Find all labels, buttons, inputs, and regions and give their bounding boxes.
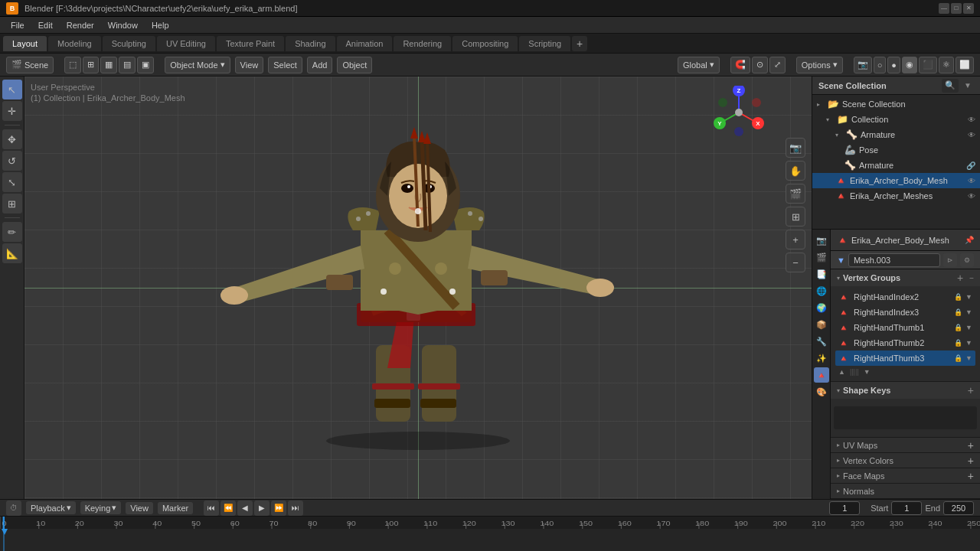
axis-gizmo[interactable]: Z X Y — [712, 86, 766, 139]
tab-modeling[interactable]: Modeling — [48, 36, 101, 51]
tab-uv-editing[interactable]: UV Editing — [157, 36, 215, 51]
close-button[interactable]: ✕ — [963, 3, 974, 14]
mesh-options-icon[interactable]: ⚙ — [960, 253, 974, 267]
options-btn[interactable]: Options ▾ — [796, 57, 843, 73]
menu-help[interactable]: Help — [145, 19, 175, 31]
hand-grab-btn[interactable]: ✋ — [786, 161, 805, 181]
add-workspace-button[interactable]: + — [572, 36, 587, 51]
select-tool-btn[interactable]: ↖ — [2, 80, 22, 99]
vg-lock-1[interactable]: 🔒 — [954, 293, 962, 301]
tab-shading[interactable]: Shading — [286, 36, 335, 51]
transform-icon[interactable]: ⤢ — [769, 57, 786, 73]
vg-row-3[interactable]: 🔺 RightHandThumb1 🔒 ▼ — [835, 320, 975, 335]
scale-tool-btn[interactable]: ⤡ — [2, 172, 22, 192]
vg-lock-2[interactable]: 🔒 — [954, 308, 962, 316]
prop-material-icon[interactable]: 🎨 — [814, 384, 829, 399]
prop-output-icon[interactable]: 🎬 — [814, 249, 829, 265]
tool-icon-1[interactable]: ⬚ — [64, 57, 81, 73]
current-frame-display[interactable]: 1 — [829, 501, 860, 515]
measure-tool-btn[interactable]: 📐 — [2, 243, 22, 263]
shape-keys-list[interactable] — [834, 406, 977, 429]
tab-scripting[interactable]: Scripting — [519, 36, 570, 51]
scene-selector[interactable]: 🎬 Scene — [6, 57, 54, 73]
marker-btn[interactable]: Marker — [158, 502, 193, 514]
vg-down-3[interactable]: ▼ — [965, 324, 972, 331]
timeline-type-icon[interactable]: ⏱ — [6, 500, 21, 516]
outliner-item-scene-collection[interactable]: ▸ 📂 Scene Collection — [812, 96, 980, 112]
outliner-item-armature[interactable]: ▾ 🦴 Armature 👁 — [812, 127, 980, 142]
object-menu-btn[interactable]: Object — [337, 57, 372, 73]
prop-view-layer-icon[interactable]: 📑 — [814, 266, 829, 282]
proportional-icon[interactable]: ⊙ — [752, 57, 768, 73]
next-keyframe-btn[interactable]: ⏩ — [271, 500, 286, 516]
viewport-shading-2[interactable]: ● — [887, 57, 900, 73]
shape-keys-header[interactable]: ▾ Shape Keys + — [831, 382, 980, 399]
move-tool-btn[interactable]: ✥ — [2, 129, 22, 149]
face-maps-add-btn[interactable]: + — [968, 470, 974, 482]
tab-rendering[interactable]: Rendering — [394, 36, 451, 51]
select-menu-btn[interactable]: Select — [268, 57, 302, 73]
uv-maps-add-btn[interactable]: + — [968, 439, 974, 452]
vg-down-5[interactable]: ▼ — [965, 354, 972, 362]
timeline-ruler[interactable]: 0 10 20 30 40 50 60 70 80 — [0, 517, 980, 551]
vg-down-2[interactable]: ▼ — [965, 308, 972, 316]
keying-btn[interactable]: Keying ▾ — [80, 501, 122, 514]
armature-eye[interactable]: 👁 — [968, 131, 975, 139]
normals-header[interactable]: ▸ Normals — [831, 484, 980, 499]
prop-particles-icon[interactable]: ✨ — [814, 350, 829, 366]
prop-render-icon[interactable]: 📷 — [814, 233, 829, 248]
viewport-shading-1[interactable]: ○ — [874, 57, 887, 73]
prop-object-icon[interactable]: 📦 — [814, 317, 829, 332]
vg-down-1[interactable]: ▼ — [965, 293, 972, 301]
prop-mesh-icon[interactable]: 🔺 — [814, 367, 829, 383]
menu-edit[interactable]: Edit — [32, 19, 59, 31]
tab-layout[interactable]: Layout — [3, 36, 47, 51]
maximize-button[interactable]: □ — [951, 3, 962, 14]
vg-row-5[interactable]: 🔺 RightHandThumb3 🔒 ▼ — [835, 350, 975, 366]
body-mesh-eye[interactable]: 👁 — [968, 177, 975, 185]
menu-window[interactable]: Window — [102, 19, 144, 31]
prop-obj-pin-icon[interactable]: 📌 — [965, 236, 974, 244]
menu-render[interactable]: Render — [60, 19, 100, 31]
rotate-tool-btn[interactable]: ↺ — [2, 151, 22, 171]
vg-row-1[interactable]: 🔺 RightHandIndex2 🔒 ▼ — [835, 289, 975, 305]
zoom-out-btn[interactable]: − — [786, 253, 805, 272]
vertex-groups-header[interactable]: ▾ Vertex Groups + − — [831, 269, 980, 286]
outliner-search-btn[interactable]: 🔍 — [942, 79, 959, 93]
start-frame-input[interactable]: 1 — [891, 501, 922, 515]
shape-keys-add-btn[interactable]: + — [968, 384, 974, 396]
outliner-item-archer-meshes[interactable]: 🔺 Erika_Archer_Meshes 👁 — [812, 188, 980, 204]
vg-lock-5[interactable]: 🔒 — [954, 354, 962, 362]
tab-animation[interactable]: Animation — [337, 36, 393, 51]
vertex-groups-add-btn[interactable]: + — [957, 272, 963, 284]
movie-btn[interactable]: 🎬 — [786, 184, 805, 204]
collection-eye[interactable]: 👁 — [968, 116, 975, 124]
vertex-groups-minus-btn[interactable]: − — [969, 274, 974, 282]
timeline-track[interactable] — [0, 529, 980, 551]
tool-icon-5[interactable]: ▣ — [137, 57, 154, 73]
archer-meshes-eye[interactable]: 👁 — [968, 192, 975, 201]
grid-view-btn[interactable]: ⊞ — [786, 207, 805, 227]
outliner-item-pose[interactable]: 🦾 Pose — [812, 142, 980, 158]
tool-icon-3[interactable]: ▦ — [100, 57, 117, 73]
xray-icon[interactable]: ⬜ — [956, 57, 974, 73]
viewport-shading-3[interactable]: ◉ — [902, 57, 917, 73]
vertex-colors-header[interactable]: ▸ Vertex Colors + — [831, 453, 980, 468]
transform-tool-btn[interactable]: ⊞ — [2, 194, 22, 214]
camera-view-btn[interactable]: 📷 — [786, 138, 805, 158]
add-menu-btn[interactable]: Add — [307, 57, 333, 73]
end-frame-input[interactable]: 250 — [943, 501, 974, 515]
vg-down-4[interactable]: ▼ — [965, 339, 972, 347]
vg-lock-4[interactable]: 🔒 — [954, 339, 962, 347]
vertex-colors-add-btn[interactable]: + — [968, 455, 974, 467]
view-menu-btn[interactable]: View — [235, 57, 264, 73]
viewport[interactable]: User Perspective (1) Collection | Erika_… — [24, 77, 812, 499]
outliner-item-armature2[interactable]: 🦴 Armature 🔗 — [812, 158, 980, 173]
object-mode-dropdown[interactable]: Object Mode ▾ — [165, 57, 230, 73]
timeline-view-btn[interactable]: View — [126, 502, 153, 514]
zoom-in-btn[interactable]: + — [786, 230, 805, 249]
viewport-shading-4[interactable]: ⬛ — [919, 57, 937, 73]
vg-up-btn[interactable]: ▲ — [838, 368, 845, 376]
jump-to-start-btn[interactable]: ⏮ — [204, 500, 219, 516]
prop-scene-icon[interactable]: 🌐 — [814, 283, 829, 298]
